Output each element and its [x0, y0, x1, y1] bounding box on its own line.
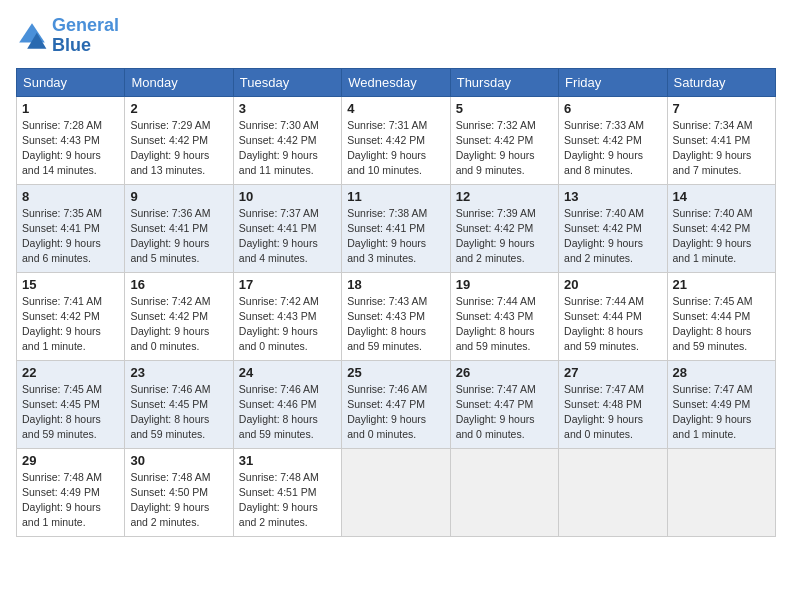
calendar-cell: 10Sunrise: 7:37 AMSunset: 4:41 PMDayligh…	[233, 184, 341, 272]
day-info: Sunrise: 7:30 AMSunset: 4:42 PMDaylight:…	[239, 118, 336, 179]
day-number: 12	[456, 189, 553, 204]
day-number: 16	[130, 277, 227, 292]
calendar-cell: 16Sunrise: 7:42 AMSunset: 4:42 PMDayligh…	[125, 272, 233, 360]
day-number: 7	[673, 101, 770, 116]
calendar-cell	[450, 448, 558, 536]
day-info: Sunrise: 7:45 AMSunset: 4:44 PMDaylight:…	[673, 294, 770, 355]
calendar-cell: 20Sunrise: 7:44 AMSunset: 4:44 PMDayligh…	[559, 272, 667, 360]
day-number: 4	[347, 101, 444, 116]
day-info: Sunrise: 7:34 AMSunset: 4:41 PMDaylight:…	[673, 118, 770, 179]
day-number: 18	[347, 277, 444, 292]
day-number: 10	[239, 189, 336, 204]
day-info: Sunrise: 7:45 AMSunset: 4:45 PMDaylight:…	[22, 382, 119, 443]
calendar-week-row: 1Sunrise: 7:28 AMSunset: 4:43 PMDaylight…	[17, 96, 776, 184]
day-number: 3	[239, 101, 336, 116]
day-info: Sunrise: 7:36 AMSunset: 4:41 PMDaylight:…	[130, 206, 227, 267]
day-header-thursday: Thursday	[450, 68, 558, 96]
calendar-week-row: 22Sunrise: 7:45 AMSunset: 4:45 PMDayligh…	[17, 360, 776, 448]
day-info: Sunrise: 7:37 AMSunset: 4:41 PMDaylight:…	[239, 206, 336, 267]
calendar-cell	[342, 448, 450, 536]
calendar-cell: 17Sunrise: 7:42 AMSunset: 4:43 PMDayligh…	[233, 272, 341, 360]
calendar-cell: 28Sunrise: 7:47 AMSunset: 4:49 PMDayligh…	[667, 360, 775, 448]
calendar-cell: 7Sunrise: 7:34 AMSunset: 4:41 PMDaylight…	[667, 96, 775, 184]
day-info: Sunrise: 7:40 AMSunset: 4:42 PMDaylight:…	[673, 206, 770, 267]
calendar-cell	[559, 448, 667, 536]
day-number: 14	[673, 189, 770, 204]
day-number: 21	[673, 277, 770, 292]
day-info: Sunrise: 7:47 AMSunset: 4:49 PMDaylight:…	[673, 382, 770, 443]
calendar-cell: 11Sunrise: 7:38 AMSunset: 4:41 PMDayligh…	[342, 184, 450, 272]
day-number: 1	[22, 101, 119, 116]
day-number: 2	[130, 101, 227, 116]
day-info: Sunrise: 7:31 AMSunset: 4:42 PMDaylight:…	[347, 118, 444, 179]
calendar-cell: 21Sunrise: 7:45 AMSunset: 4:44 PMDayligh…	[667, 272, 775, 360]
calendar-cell: 18Sunrise: 7:43 AMSunset: 4:43 PMDayligh…	[342, 272, 450, 360]
day-header-sunday: Sunday	[17, 68, 125, 96]
day-number: 8	[22, 189, 119, 204]
calendar-week-row: 15Sunrise: 7:41 AMSunset: 4:42 PMDayligh…	[17, 272, 776, 360]
day-info: Sunrise: 7:46 AMSunset: 4:45 PMDaylight:…	[130, 382, 227, 443]
calendar-cell: 22Sunrise: 7:45 AMSunset: 4:45 PMDayligh…	[17, 360, 125, 448]
day-info: Sunrise: 7:35 AMSunset: 4:41 PMDaylight:…	[22, 206, 119, 267]
calendar-cell: 12Sunrise: 7:39 AMSunset: 4:42 PMDayligh…	[450, 184, 558, 272]
calendar-cell: 19Sunrise: 7:44 AMSunset: 4:43 PMDayligh…	[450, 272, 558, 360]
calendar-cell: 23Sunrise: 7:46 AMSunset: 4:45 PMDayligh…	[125, 360, 233, 448]
calendar-cell	[667, 448, 775, 536]
day-info: Sunrise: 7:41 AMSunset: 4:42 PMDaylight:…	[22, 294, 119, 355]
calendar-cell: 30Sunrise: 7:48 AMSunset: 4:50 PMDayligh…	[125, 448, 233, 536]
day-info: Sunrise: 7:29 AMSunset: 4:42 PMDaylight:…	[130, 118, 227, 179]
day-number: 23	[130, 365, 227, 380]
calendar-cell: 6Sunrise: 7:33 AMSunset: 4:42 PMDaylight…	[559, 96, 667, 184]
day-info: Sunrise: 7:46 AMSunset: 4:46 PMDaylight:…	[239, 382, 336, 443]
day-info: Sunrise: 7:40 AMSunset: 4:42 PMDaylight:…	[564, 206, 661, 267]
day-number: 26	[456, 365, 553, 380]
calendar-cell: 25Sunrise: 7:46 AMSunset: 4:47 PMDayligh…	[342, 360, 450, 448]
day-number: 27	[564, 365, 661, 380]
day-number: 28	[673, 365, 770, 380]
day-info: Sunrise: 7:46 AMSunset: 4:47 PMDaylight:…	[347, 382, 444, 443]
calendar-cell: 14Sunrise: 7:40 AMSunset: 4:42 PMDayligh…	[667, 184, 775, 272]
day-number: 5	[456, 101, 553, 116]
calendar-cell: 9Sunrise: 7:36 AMSunset: 4:41 PMDaylight…	[125, 184, 233, 272]
page-header: General Blue	[16, 16, 776, 56]
day-number: 11	[347, 189, 444, 204]
day-info: Sunrise: 7:44 AMSunset: 4:43 PMDaylight:…	[456, 294, 553, 355]
calendar-cell: 4Sunrise: 7:31 AMSunset: 4:42 PMDaylight…	[342, 96, 450, 184]
day-info: Sunrise: 7:33 AMSunset: 4:42 PMDaylight:…	[564, 118, 661, 179]
day-info: Sunrise: 7:28 AMSunset: 4:43 PMDaylight:…	[22, 118, 119, 179]
day-number: 17	[239, 277, 336, 292]
calendar-week-row: 29Sunrise: 7:48 AMSunset: 4:49 PMDayligh…	[17, 448, 776, 536]
day-header-wednesday: Wednesday	[342, 68, 450, 96]
day-number: 24	[239, 365, 336, 380]
day-header-monday: Monday	[125, 68, 233, 96]
day-number: 29	[22, 453, 119, 468]
day-info: Sunrise: 7:43 AMSunset: 4:43 PMDaylight:…	[347, 294, 444, 355]
day-info: Sunrise: 7:48 AMSunset: 4:51 PMDaylight:…	[239, 470, 336, 531]
calendar-cell: 31Sunrise: 7:48 AMSunset: 4:51 PMDayligh…	[233, 448, 341, 536]
day-number: 13	[564, 189, 661, 204]
day-info: Sunrise: 7:42 AMSunset: 4:42 PMDaylight:…	[130, 294, 227, 355]
day-header-tuesday: Tuesday	[233, 68, 341, 96]
day-number: 22	[22, 365, 119, 380]
calendar-cell: 29Sunrise: 7:48 AMSunset: 4:49 PMDayligh…	[17, 448, 125, 536]
day-info: Sunrise: 7:44 AMSunset: 4:44 PMDaylight:…	[564, 294, 661, 355]
calendar-cell: 24Sunrise: 7:46 AMSunset: 4:46 PMDayligh…	[233, 360, 341, 448]
logo: General Blue	[16, 16, 119, 56]
day-header-saturday: Saturday	[667, 68, 775, 96]
day-info: Sunrise: 7:39 AMSunset: 4:42 PMDaylight:…	[456, 206, 553, 267]
calendar-cell: 8Sunrise: 7:35 AMSunset: 4:41 PMDaylight…	[17, 184, 125, 272]
calendar-cell: 26Sunrise: 7:47 AMSunset: 4:47 PMDayligh…	[450, 360, 558, 448]
day-number: 30	[130, 453, 227, 468]
calendar-week-row: 8Sunrise: 7:35 AMSunset: 4:41 PMDaylight…	[17, 184, 776, 272]
day-info: Sunrise: 7:32 AMSunset: 4:42 PMDaylight:…	[456, 118, 553, 179]
calendar-header-row: SundayMondayTuesdayWednesdayThursdayFrid…	[17, 68, 776, 96]
day-number: 15	[22, 277, 119, 292]
day-number: 31	[239, 453, 336, 468]
day-number: 25	[347, 365, 444, 380]
svg-marker-0	[19, 23, 45, 42]
calendar-cell: 1Sunrise: 7:28 AMSunset: 4:43 PMDaylight…	[17, 96, 125, 184]
day-info: Sunrise: 7:48 AMSunset: 4:50 PMDaylight:…	[130, 470, 227, 531]
day-info: Sunrise: 7:42 AMSunset: 4:43 PMDaylight:…	[239, 294, 336, 355]
logo-icon	[16, 20, 48, 52]
day-info: Sunrise: 7:47 AMSunset: 4:48 PMDaylight:…	[564, 382, 661, 443]
